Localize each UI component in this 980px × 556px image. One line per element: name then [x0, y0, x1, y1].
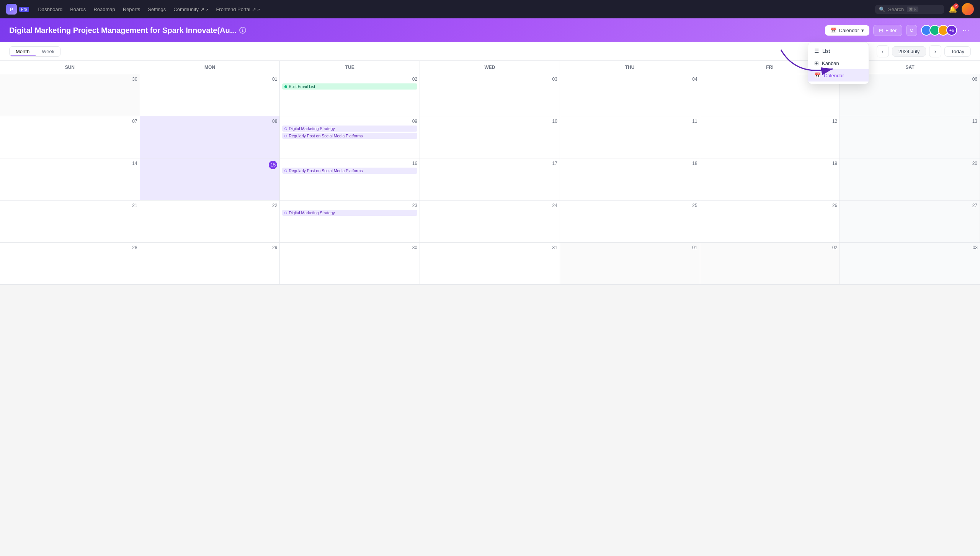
event-built-email-02[interactable]: Built Email List — [282, 83, 417, 90]
nav-community[interactable]: Community ↗ — [173, 5, 208, 14]
event-social-media-16[interactable]: Regularly Post on Social Media Platforms — [282, 168, 417, 174]
user-avatar[interactable] — [962, 3, 974, 15]
cell-jul29[interactable]: 29 — [140, 243, 280, 285]
date-jul01: 01 — [142, 77, 278, 82]
event-digital-marketing-23[interactable]: Digital Marketing Strategy — [282, 210, 417, 216]
notification-bell[interactable]: 🔔 2 — [949, 5, 957, 13]
app-logo[interactable]: P Pro — [6, 4, 29, 15]
date-aug01: 01 — [562, 245, 697, 250]
date-jul27: 27 — [842, 203, 977, 208]
info-icon[interactable]: ℹ — [239, 27, 246, 34]
event-label: Digital Marketing Strategy — [289, 210, 335, 215]
date-jul03: 03 — [422, 77, 557, 82]
cell-jul09[interactable]: 09 Digital Marketing Strategy Regularly … — [280, 116, 420, 158]
filter-button[interactable]: ⊟ Filter — [873, 25, 902, 36]
cell-jul15[interactable]: 15 — [140, 158, 280, 201]
event-label: Built Email List — [289, 84, 315, 89]
date-jul16: 16 — [282, 161, 417, 166]
cell-jul08[interactable]: 08 — [140, 116, 280, 158]
calendar-icon: 📅 — [830, 28, 836, 33]
cell-jul14[interactable]: 14 — [0, 158, 140, 201]
day-mon: MON — [140, 61, 280, 74]
tab-month[interactable]: Month — [10, 47, 36, 56]
date-jul04: 04 — [562, 77, 697, 82]
cell-jul19[interactable]: 19 — [700, 158, 840, 201]
cell-jul03[interactable]: 03 — [420, 74, 560, 116]
nav-settings[interactable]: Settings — [148, 5, 166, 14]
event-dot — [284, 212, 287, 214]
nav-frontend-portal[interactable]: Frontend Portal ↗ — [216, 5, 260, 14]
filter-label: Filter — [885, 28, 897, 33]
dropdown-list[interactable]: ☰ List — [808, 45, 869, 57]
cell-jul16[interactable]: 16 Regularly Post on Social Media Platfo… — [280, 158, 420, 201]
date-jul12: 12 — [702, 119, 838, 124]
tab-week[interactable]: Week — [36, 47, 60, 56]
logo-icon: P — [6, 4, 17, 15]
kanban-label: Kanban — [822, 60, 839, 66]
filter-icon: ⊟ — [879, 28, 883, 33]
cell-jul26[interactable]: 26 — [700, 201, 840, 243]
date-jul08: 08 — [142, 119, 278, 124]
cell-jul12[interactable]: 12 — [700, 116, 840, 158]
cell-jul22[interactable]: 22 — [140, 201, 280, 243]
cell-jul02[interactable]: 02 Built Email List — [280, 74, 420, 116]
date-label: 2024 July — [892, 46, 926, 57]
event-digital-marketing-09[interactable]: Digital Marketing Strategy — [282, 126, 417, 132]
cell-jul13[interactable]: 13 — [840, 116, 980, 158]
cell-jul10[interactable]: 10 — [420, 116, 560, 158]
next-button[interactable]: › — [929, 45, 941, 57]
kanban-icon: ⊞ — [814, 60, 819, 66]
event-label: Digital Marketing Strategy — [289, 126, 335, 131]
date-jul13: 13 — [842, 119, 977, 124]
date-jul02: 02 — [282, 77, 417, 82]
event-dot — [284, 135, 287, 137]
nav-roadmap[interactable]: Roadmap — [93, 5, 115, 14]
cell-jun30[interactable]: 30 — [0, 74, 140, 116]
cell-jul28[interactable]: 28 — [0, 243, 140, 285]
date-jul15: 15 — [269, 161, 277, 169]
date-jul25: 25 — [562, 203, 697, 208]
nav-dashboard[interactable]: Dashboard — [38, 5, 63, 14]
avatar-plus[interactable]: +6 — [946, 25, 957, 36]
date-jul26: 26 — [702, 203, 838, 208]
event-dot — [284, 85, 287, 88]
event-social-media-09[interactable]: Regularly Post on Social Media Platforms — [282, 133, 417, 139]
search-shortcut: ⌘ k — [907, 7, 918, 12]
cell-jul30[interactable]: 30 — [280, 243, 420, 285]
date-jul09: 09 — [282, 119, 417, 124]
view-dropdown-menu: ☰ List ⊞ Kanban 📅 Calendar — [808, 42, 869, 84]
project-title: Digital Marketing Project Management for… — [9, 26, 236, 35]
cell-jul24[interactable]: 24 — [420, 201, 560, 243]
more-button[interactable]: ⋯ — [961, 24, 971, 36]
cell-jul25[interactable]: 25 — [560, 201, 700, 243]
cell-jul31[interactable]: 31 — [420, 243, 560, 285]
dropdown-kanban[interactable]: ⊞ Kanban — [808, 57, 869, 69]
nav-right: 🔍 Search ⌘ k 🔔 2 — [875, 3, 974, 15]
cell-jul04[interactable]: 04 — [560, 74, 700, 116]
cell-jul17[interactable]: 17 — [420, 158, 560, 201]
cell-jul21[interactable]: 21 — [0, 201, 140, 243]
cell-jul27[interactable]: 27 — [840, 201, 980, 243]
cell-aug03[interactable]: 03 — [840, 243, 980, 285]
cell-aug02[interactable]: 02 — [700, 243, 840, 285]
cell-jul18[interactable]: 18 — [560, 158, 700, 201]
search-box[interactable]: 🔍 Search ⌘ k — [875, 5, 944, 14]
refresh-button[interactable]: ↺ — [906, 25, 917, 36]
cell-jul23[interactable]: 23 Digital Marketing Strategy — [280, 201, 420, 243]
today-button[interactable]: Today — [944, 46, 971, 57]
day-sun: SUN — [0, 61, 140, 74]
search-label: Search — [888, 7, 904, 12]
day-thu: THU — [560, 61, 700, 74]
cell-jul11[interactable]: 11 — [560, 116, 700, 158]
prev-button[interactable]: ‹ — [877, 45, 889, 57]
nav-reports[interactable]: Reports — [123, 5, 140, 14]
date-jul28: 28 — [2, 245, 137, 250]
cell-jul01[interactable]: 01 — [140, 74, 280, 116]
dropdown-calendar[interactable]: 📅 Calendar — [808, 69, 869, 82]
nav-boards[interactable]: Boards — [70, 5, 86, 14]
event-label: Regularly Post on Social Media Platforms — [289, 168, 363, 173]
cell-jul07[interactable]: 07 — [0, 116, 140, 158]
view-calendar-button[interactable]: 📅 Calendar ▾ — [825, 25, 869, 36]
cell-aug01[interactable]: 01 — [560, 243, 700, 285]
cell-jul20[interactable]: 20 — [840, 158, 980, 201]
